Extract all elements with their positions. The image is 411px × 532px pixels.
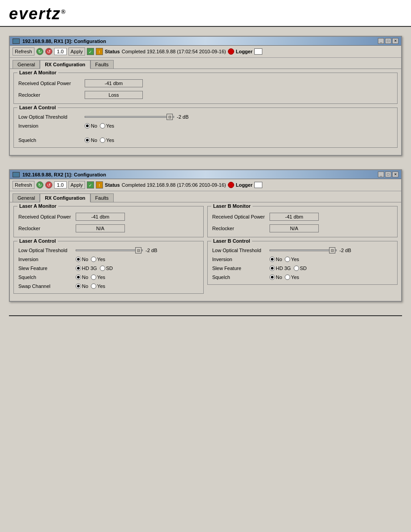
status-label: Status [105, 49, 120, 54]
swap-no-radio[interactable] [76, 283, 81, 289]
window1-controls[interactable]: _ □ ✕ [378, 38, 398, 44]
squelch-yes-label-b: Yes [291, 275, 299, 280]
squelch-no-option-b[interactable]: No [270, 275, 282, 280]
squelch-no-option2[interactable]: No [76, 275, 88, 280]
trademark: ® [61, 9, 65, 15]
slider-value-b: -2 dB [339, 248, 351, 253]
squelch-radio-group: No Yes [85, 137, 114, 143]
squelch-row-b: Squelch No Yes [212, 275, 393, 280]
squelch-yes-option[interactable]: Yes [100, 137, 114, 143]
status-label2: Status [105, 182, 120, 188]
slew-hd3g-option-b[interactable]: HD 3G [270, 266, 291, 271]
inversion-yes-option2[interactable]: Yes [91, 257, 105, 262]
slew-sd-radio[interactable] [100, 266, 105, 271]
version-box[interactable]: 1.0 [54, 48, 67, 55]
slew-sd-option-b[interactable]: SD [294, 266, 307, 271]
status-red-icon2[interactable] [228, 182, 234, 188]
squelch-label: Squelch [18, 137, 81, 143]
logger-box[interactable] [254, 48, 262, 55]
low-optical-threshold-label2: Low Optical Threshold [18, 248, 72, 253]
inversion-yes-option-b[interactable]: Yes [285, 257, 299, 262]
slew-sd-option[interactable]: SD [100, 266, 113, 271]
inversion-no-option[interactable]: No [85, 123, 97, 129]
inversion-row2: Inversion No Yes [18, 257, 199, 262]
inversion-yes-radio2[interactable] [91, 257, 96, 262]
minimize-button[interactable]: _ [378, 38, 384, 44]
reclocker-row-b: Reclocker N/A [212, 224, 393, 232]
status-red-icon[interactable] [228, 48, 234, 55]
inversion-no-radio[interactable] [85, 123, 90, 129]
tab2-rx-configuration[interactable]: RX Configuration [40, 193, 90, 202]
swap-yes-radio[interactable] [91, 283, 96, 289]
squelch-yes-option-b[interactable]: Yes [285, 275, 299, 280]
refresh-green-icon[interactable]: ↻ [36, 48, 43, 55]
maximize-button2[interactable]: □ [385, 172, 391, 177]
apply-green-icon2[interactable]: ✓ [87, 181, 94, 189]
tab2-general[interactable]: General [13, 193, 40, 202]
squelch-radio-group2: No Yes [76, 275, 105, 280]
refresh-green-icon2[interactable]: ↻ [36, 181, 43, 189]
tab2-faults[interactable]: Faults [90, 193, 114, 202]
refresh-button[interactable]: Refresh [13, 47, 34, 56]
squelch-yes-radio2[interactable] [91, 275, 96, 280]
window2-controls[interactable]: _ □ ✕ [378, 172, 398, 177]
inversion-no-option-b[interactable]: No [270, 257, 282, 262]
refresh-red-icon[interactable]: ↺ [45, 48, 52, 55]
left-column: Laser A Monitor Received Optical Power -… [13, 206, 204, 297]
low-optical-threshold-slider-b: ⊡ -2 dB [270, 248, 351, 253]
version-box2[interactable]: 1.0 [54, 181, 67, 189]
refresh-button2[interactable]: Refresh [13, 181, 34, 189]
inversion-yes-radio[interactable] [100, 123, 105, 129]
apply-button[interactable]: Apply [68, 47, 86, 56]
squelch-no-radio[interactable] [85, 137, 90, 143]
swap-yes-option[interactable]: Yes [91, 283, 105, 289]
tab-faults[interactable]: Faults [90, 60, 114, 69]
apply-green-icon[interactable]: ✓ [87, 48, 94, 55]
window2-tab-content: Laser A Monitor Received Optical Power -… [10, 202, 401, 301]
slider-track-b[interactable]: ⊡ [270, 249, 337, 251]
slider-thumb-b[interactable]: ⊡ [329, 247, 335, 253]
tab-general[interactable]: General [13, 60, 40, 69]
refresh-red-icon2[interactable]: ↺ [45, 181, 52, 189]
inversion-row: Inversion No Yes [18, 123, 393, 129]
maximize-button[interactable]: □ [385, 38, 391, 44]
inversion-yes-radio-b[interactable] [285, 257, 290, 262]
slew-hd3g-label: HD 3G [82, 266, 97, 271]
inversion-no-radio-b[interactable] [270, 257, 275, 262]
window2-toolbar: Refresh ↻ ↺ 1.0 Apply ✓ ! Status Complet… [10, 179, 401, 191]
slew-feature-radio-group: HD 3G SD [76, 266, 113, 271]
low-optical-threshold-label: Low Optical Threshold [18, 114, 81, 120]
squelch-yes-label: Yes [106, 137, 114, 143]
close-button[interactable]: ✕ [392, 38, 398, 44]
apply-label: Apply [71, 49, 83, 54]
slider-track[interactable]: ⊡ [85, 116, 174, 118]
tab-rx-configuration[interactable]: RX Configuration [40, 60, 90, 69]
inversion-no-option2[interactable]: No [76, 257, 88, 262]
window2-panel: 192.168.9.88, RX2 [1]: Configuration _ □… [9, 169, 402, 302]
slider-thumb[interactable]: ⊡ [167, 114, 173, 120]
squelch-yes-radio-b[interactable] [285, 275, 290, 280]
slider-thumb2[interactable]: ⊡ [135, 247, 141, 253]
squelch-row2: Squelch No Yes [18, 275, 199, 280]
slider-track2[interactable]: ⊡ [76, 249, 143, 251]
slew-sd-radio-b[interactable] [294, 266, 299, 271]
apply-orange-icon2[interactable]: ! [96, 181, 103, 189]
squelch-no-radio2[interactable] [76, 275, 81, 280]
squelch-yes-label2: Yes [97, 275, 105, 280]
squelch-no-option[interactable]: No [85, 137, 97, 143]
slew-hd3g-radio-b[interactable] [270, 266, 275, 271]
squelch-no-radio-b[interactable] [270, 275, 275, 280]
slew-hd3g-radio[interactable] [76, 266, 81, 271]
inversion-yes-option[interactable]: Yes [100, 123, 114, 129]
squelch-yes-option2[interactable]: Yes [91, 275, 105, 280]
squelch-label2: Squelch [18, 275, 72, 280]
apply-button2[interactable]: Apply [68, 181, 86, 189]
apply-orange-icon[interactable]: ! [96, 48, 103, 55]
logger-box2[interactable] [254, 182, 262, 188]
minimize-button2[interactable]: _ [378, 172, 384, 177]
squelch-yes-radio[interactable] [100, 137, 105, 143]
inversion-no-radio2[interactable] [76, 257, 81, 262]
slew-hd3g-option[interactable]: HD 3G [76, 266, 97, 271]
swap-no-option[interactable]: No [76, 283, 88, 289]
close-button2[interactable]: ✕ [392, 172, 398, 177]
